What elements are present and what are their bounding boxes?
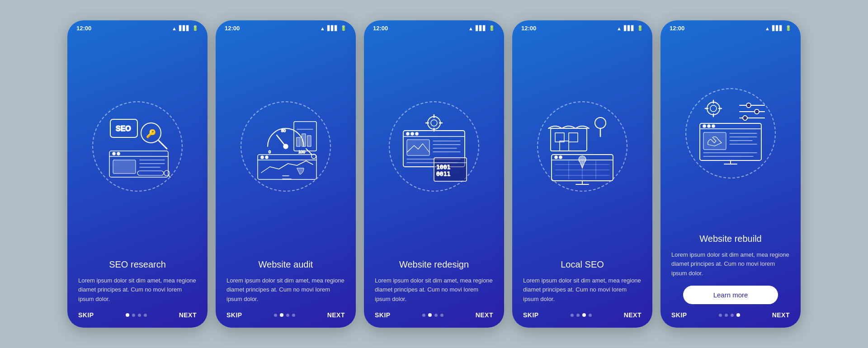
- dot-2-0: [274, 314, 277, 317]
- learn-more-button[interactable]: Learn more: [683, 286, 778, 304]
- dot-5-1: [725, 314, 728, 317]
- phone-website-rebuild: 12:00 ▲ ▋▋▋ 🔋: [660, 20, 801, 328]
- desc-audit: Lorem ipsum dolor sit dim amet, mea regi…: [226, 276, 345, 304]
- phone-website-redesign: 12:00 ▲ ▋▋▋ 🔋: [364, 20, 504, 328]
- skip-btn-2[interactable]: SKIP: [226, 311, 242, 319]
- status-bar-3: 12:00 ▲ ▋▋▋ 🔋: [364, 20, 504, 33]
- title-rebuild: Website rebuild: [671, 234, 790, 244]
- local-seo-icon: [542, 106, 623, 187]
- bottom-nav-2: SKIP NEXT: [216, 304, 356, 328]
- dot-3-2: [434, 314, 438, 317]
- dot-2-1: [280, 313, 283, 317]
- svg-point-82: [746, 103, 751, 108]
- status-icons-4: ▲ ▋▋▋ 🔋: [617, 25, 643, 31]
- wifi-icon-3: ▲: [468, 26, 473, 31]
- svg-point-66: [559, 156, 562, 159]
- wifi-icon-5: ▲: [765, 26, 770, 31]
- seo-icon: SEO 🔑: [97, 106, 178, 187]
- dots-5: [719, 313, 740, 317]
- svg-text:SEO: SEO: [116, 125, 131, 132]
- svg-point-86: [743, 116, 747, 120]
- svg-text:0: 0: [269, 150, 271, 154]
- dot-5-0: [719, 314, 722, 317]
- dot-4-3: [589, 314, 592, 317]
- phone-local-seo: 12:00 ▲ ▋▋▋ 🔋: [512, 20, 652, 328]
- svg-rect-45: [407, 140, 429, 155]
- status-bar-1: 12:00 ▲ ▋▋▋ 🔋: [67, 20, 208, 33]
- svg-point-42: [406, 132, 409, 135]
- battery-icon-5: 🔋: [785, 25, 792, 31]
- content-local: Local SEO Lorem ipsum dolor sit dim amet…: [512, 259, 652, 304]
- desc-rebuild: Lorem ipsum dolor sit dim amet, mea regi…: [671, 250, 790, 278]
- svg-point-8: [117, 152, 120, 155]
- svg-text:0011: 0011: [436, 170, 450, 177]
- phone-seo-research: 12:00 ▲ ▋▋▋ 🔋 SEO 🔑: [67, 20, 208, 328]
- dots-3: [422, 313, 443, 317]
- skip-btn-5[interactable]: SKIP: [671, 311, 687, 319]
- svg-point-30: [261, 156, 264, 159]
- svg-point-43: [411, 132, 414, 135]
- status-time-2: 12:00: [225, 25, 240, 32]
- skip-btn-3[interactable]: SKIP: [375, 311, 391, 319]
- dot-1-0: [126, 313, 129, 317]
- dot-2-3: [292, 314, 295, 317]
- svg-line-15: [168, 175, 170, 177]
- svg-rect-59: [560, 141, 569, 151]
- svg-rect-58: [569, 133, 578, 142]
- phone-website-audit: 12:00 ▲ ▋▋▋ 🔋 0 50 100: [216, 20, 356, 328]
- svg-point-65: [555, 156, 557, 159]
- desc-local: Lorem ipsum dolor sit dim amet, mea regi…: [523, 276, 642, 304]
- svg-rect-57: [555, 133, 564, 142]
- svg-rect-23: [297, 137, 300, 146]
- content-audit: Website audit Lorem ipsum dolor sit dim …: [216, 259, 356, 304]
- svg-point-76: [710, 105, 717, 112]
- svg-point-7: [113, 152, 115, 155]
- dot-4-2: [582, 313, 586, 317]
- status-bar-2: 12:00 ▲ ▋▋▋ 🔋: [216, 20, 356, 33]
- svg-line-3: [159, 141, 167, 149]
- dot-3-0: [422, 314, 425, 317]
- next-btn-1[interactable]: NEXT: [179, 311, 197, 319]
- skip-btn-4[interactable]: SKIP: [523, 311, 539, 319]
- wifi-icon-4: ▲: [617, 26, 622, 31]
- signal-icon-2: ▋▋▋: [327, 25, 338, 31]
- bottom-nav-4: SKIP NEXT: [512, 304, 652, 328]
- svg-point-34: [428, 117, 440, 129]
- status-icons-1: ▲ ▋▋▋ 🔋: [172, 25, 198, 31]
- status-time-4: 12:00: [521, 25, 536, 32]
- svg-rect-92: [703, 132, 726, 150]
- dots-4: [571, 313, 592, 317]
- illustration-rebuild: [660, 33, 801, 234]
- svg-text:1001: 1001: [436, 164, 450, 170]
- signal-icon-3: ▋▋▋: [476, 25, 486, 31]
- illustration-audit: 0 50 100: [216, 33, 356, 259]
- dot-1-2: [138, 314, 141, 317]
- wifi-icon-1: ▲: [172, 26, 177, 31]
- next-btn-3[interactable]: NEXT: [476, 311, 493, 319]
- svg-rect-24: [302, 134, 306, 146]
- battery-icon-2: 🔋: [340, 25, 347, 31]
- svg-rect-13: [137, 171, 164, 175]
- redesign-icon: 1001 0011: [393, 106, 475, 187]
- title-seo: SEO research: [78, 259, 197, 270]
- bottom-nav-3: SKIP NEXT: [364, 304, 504, 328]
- signal-icon-1: ▋▋▋: [179, 25, 190, 31]
- svg-point-84: [755, 109, 759, 114]
- skip-btn-1[interactable]: SKIP: [78, 311, 94, 319]
- next-btn-2[interactable]: NEXT: [327, 311, 345, 319]
- dots-1: [126, 313, 147, 317]
- status-icons-5: ▲ ▋▋▋ 🔋: [765, 25, 792, 31]
- illustration-seo: SEO 🔑: [67, 33, 208, 259]
- title-redesign: Website redesign: [375, 259, 493, 270]
- next-btn-5[interactable]: NEXT: [772, 311, 790, 319]
- status-time-3: 12:00: [373, 25, 388, 32]
- svg-rect-25: [307, 136, 311, 146]
- status-icons-2: ▲ ▋▋▋ 🔋: [320, 25, 347, 31]
- svg-rect-9: [113, 160, 136, 174]
- svg-point-75: [707, 102, 720, 115]
- dot-1-1: [132, 314, 135, 317]
- svg-point-89: [703, 125, 706, 127]
- svg-text:100: 100: [298, 150, 305, 154]
- dot-2-2: [286, 314, 289, 317]
- next-btn-4[interactable]: NEXT: [624, 311, 642, 319]
